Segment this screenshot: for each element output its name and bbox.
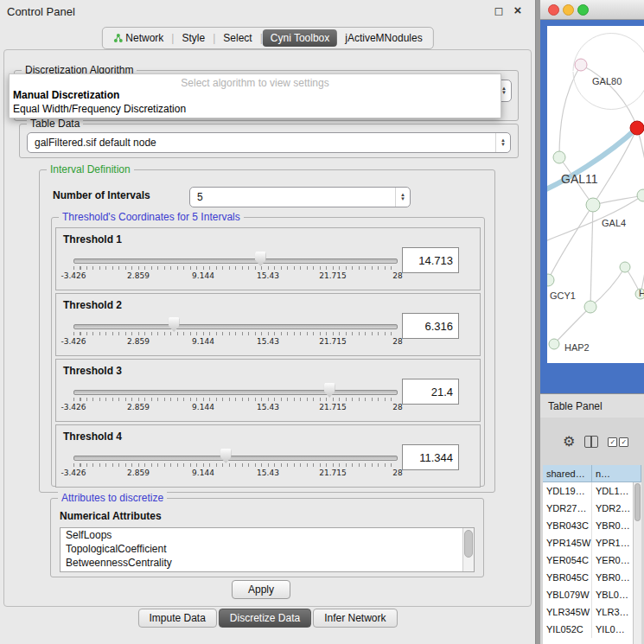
tab-jactivemodules[interactable]: jActiveMNodules	[337, 29, 430, 47]
tick-label: 21.715	[319, 337, 347, 346]
network-node-label: H	[639, 288, 644, 298]
threshold-slider[interactable]: -3.4262.8599.14415.4321.71528	[73, 448, 398, 481]
network-node-label: GAL4	[602, 218, 626, 228]
network-edge[interactable]	[548, 205, 593, 280]
threshold-label: Threshold 4	[63, 430, 122, 443]
tick-label: 21.715	[319, 403, 347, 411]
network-edge[interactable]	[559, 65, 581, 157]
network-node[interactable]	[547, 274, 554, 286]
table-row[interactable]: YBR043CYBR0…	[543, 517, 641, 534]
table-cell: YBL079W	[543, 586, 592, 603]
threshold-value-field[interactable]: 6.316	[402, 313, 459, 339]
column-header[interactable]: n…	[592, 465, 641, 482]
slider-thumb[interactable]	[169, 317, 180, 332]
tab-select[interactable]: Select	[215, 29, 259, 47]
scrollbar-thumb[interactable]	[634, 483, 641, 521]
dropdown-option-manual-discretization[interactable]: Manual Discretization	[13, 89, 119, 101]
number-of-intervals-spinner[interactable]: 5 ▲▼	[189, 187, 411, 207]
tab-label: Cyni Toolbox	[271, 32, 329, 44]
slider-tick-labels: -3.4262.8599.14415.4321.71528	[73, 271, 398, 281]
table-row[interactable]: YPR145WYPR1…	[543, 534, 641, 552]
numerical-attributes-label: Numerical Attributes	[60, 510, 162, 522]
table-row[interactable]: YLR345WYLR3…	[543, 603, 641, 621]
table-row[interactable]: YDL19…YDL1…	[543, 482, 641, 500]
slider-thumb[interactable]	[220, 449, 232, 463]
network-node[interactable]	[553, 151, 565, 163]
dropdown-option-equal-width[interactable]: Equal Width/Frequency Discretization	[13, 103, 186, 115]
network-node[interactable]	[637, 189, 644, 201]
gear-icon[interactable]: ⚙	[563, 435, 575, 449]
list-item[interactable]: BetweennessCentrality	[61, 556, 474, 570]
numerical-attributes-list[interactable]: SelfLoopsTopologicalCoefficientBetweenne…	[60, 527, 475, 572]
list-item[interactable]: TopologicalCoefficient	[61, 542, 474, 556]
slider-thumb[interactable]	[324, 383, 335, 398]
network-node[interactable]	[575, 59, 587, 71]
network-node[interactable]	[620, 262, 630, 272]
dropdown-placeholder-option[interactable]: Select algorithm to view settings	[10, 77, 501, 89]
tick-label: 15.43	[257, 403, 279, 411]
network-edge[interactable]	[554, 307, 590, 344]
network-node[interactable]	[586, 198, 600, 212]
tick-label: 15.43	[257, 337, 279, 346]
network-node[interactable]	[630, 121, 644, 135]
tick-label: -3.426	[61, 337, 86, 346]
threshold-label: Threshold 1	[63, 233, 122, 245]
table-panel-header[interactable]: Table Panel	[540, 393, 644, 418]
panel-tab-bar: Network | Style | Select | Cyni Toolbox …	[101, 27, 433, 49]
slider-ticks	[73, 463, 398, 467]
threshold-value-field[interactable]: 11.344	[402, 444, 459, 470]
scrollbar-thumb[interactable]	[464, 530, 473, 558]
table-row[interactable]: YDR27…YDR2…	[543, 500, 641, 517]
threshold-value-field[interactable]: 14.713	[402, 247, 459, 273]
slider-track	[73, 324, 398, 329]
network-edge[interactable]	[573, 33, 644, 109]
tab-network[interactable]: Network	[105, 29, 171, 47]
threshold-panel: Threshold 4 -3.4262.8599.14415.4321.7152…	[55, 424, 481, 488]
network-edge[interactable]	[581, 65, 637, 128]
apply-button[interactable]: Apply	[232, 580, 290, 599]
table-scrollbar[interactable]	[633, 482, 641, 644]
list-scrollbar[interactable]	[462, 528, 474, 571]
zoom-traffic-light[interactable]	[577, 4, 589, 16]
table-data-combobox[interactable]: galFiltered.sif default node ▲▼	[27, 132, 511, 153]
network-node[interactable]	[584, 301, 596, 313]
slider-tick-labels: -3.4262.8599.14415.4321.71528	[73, 469, 398, 478]
tick-label: 28	[392, 337, 402, 346]
tab-infer-network[interactable]: Infer Network	[313, 609, 397, 628]
tick-label: 28	[392, 271, 402, 280]
float-window-button[interactable]: ◻	[492, 4, 506, 17]
minimize-traffic-light[interactable]	[563, 4, 574, 16]
threshold-slider[interactable]: -3.4262.8599.14415.4321.71528	[73, 251, 398, 284]
close-traffic-light[interactable]	[548, 4, 559, 16]
list-item[interactable]: SelfLoops	[61, 528, 474, 542]
network-edge[interactable]	[593, 128, 637, 205]
slider-thumb[interactable]	[255, 252, 266, 266]
network-edge[interactable]	[590, 267, 625, 307]
table-row[interactable]: YBR045CYBR0…	[543, 569, 641, 586]
tab-discretize-data[interactable]: Discretize Data	[219, 609, 311, 628]
tick-label: 9.144	[192, 337, 214, 346]
table-row[interactable]: YIL052CYIL0…	[543, 621, 641, 638]
threshold-value-field[interactable]: 21.4	[402, 379, 459, 405]
network-edge[interactable]	[590, 205, 593, 307]
columns-icon[interactable]	[584, 436, 598, 448]
table-row[interactable]: YER054CYER0…	[543, 552, 641, 569]
network-node[interactable]	[549, 339, 559, 349]
select-columns-icon[interactable]: ✓ ✓	[608, 437, 628, 447]
threshold-label: Threshold 3	[63, 365, 122, 377]
threshold-slider[interactable]: -3.4262.8599.14415.4321.71528	[73, 316, 398, 349]
interval-definition-group: Interval Definition Number of Intervals …	[39, 169, 495, 493]
threshold-slider[interactable]: -3.4262.8599.14415.4321.71528	[73, 382, 398, 415]
table-cell: YBR043C	[543, 517, 592, 534]
close-window-button[interactable]: ×	[511, 3, 525, 17]
network-canvas[interactable]: GAL80GAL11GAL4GCY1HAP2H	[547, 26, 644, 363]
tab-cyni-toolbox[interactable]: Cyni Toolbox	[263, 29, 337, 47]
column-header[interactable]: shared…	[543, 465, 592, 482]
tick-label: 9.144	[192, 403, 214, 411]
tab-label: Style	[182, 32, 205, 44]
table-row[interactable]: YBL079WYBL0…	[543, 586, 641, 603]
tick-label: 2.859	[127, 271, 150, 280]
tab-style[interactable]: Style	[174, 29, 213, 47]
tab-impute-data[interactable]: Impute Data	[137, 609, 216, 628]
network-edge[interactable]	[637, 128, 644, 294]
